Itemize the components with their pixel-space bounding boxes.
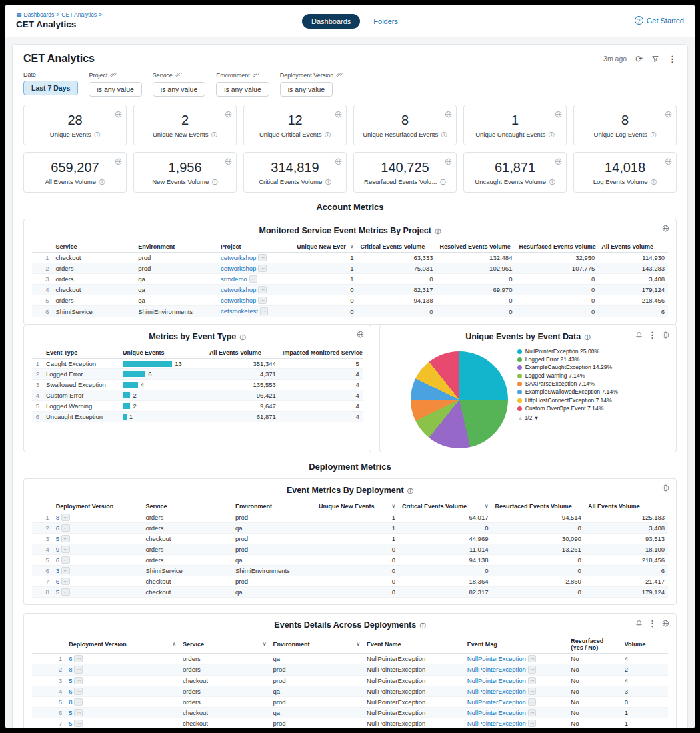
column-header-project[interactable]: Project <box>217 241 293 253</box>
more-badge[interactable]: ⋯ <box>61 567 70 574</box>
cell-link[interactable]: NullPointerException <box>467 698 526 706</box>
globe-icon[interactable] <box>662 620 669 627</box>
refresh-icon[interactable]: ⟳ <box>635 55 643 63</box>
cell-link[interactable]: NullPointerException <box>467 688 526 695</box>
column-header-impacted-monitored-services[interactable]: Impacted Monitored Services <box>279 347 363 359</box>
more-badge[interactable]: ⋯ <box>528 720 537 727</box>
cell-link[interactable]: cetworkshop <box>221 286 256 293</box>
globe-icon[interactable] <box>665 109 672 121</box>
more-badge[interactable]: ⋯ <box>74 709 83 716</box>
cell-link[interactable]: NullPointerException <box>467 677 526 684</box>
sort-icon[interactable]: ∨ <box>485 503 489 509</box>
more-badge[interactable]: ⋯ <box>528 688 537 695</box>
column-header-deployment-version[interactable]: Deployment Version <box>53 501 143 512</box>
cell-link[interactable]: NullPointerException <box>467 655 526 662</box>
cell-link[interactable]: 5 <box>69 720 72 727</box>
column-header-all-events-volume[interactable]: All Events Volume <box>598 241 668 253</box>
legend-item-exampleswallowedexception[interactable]: ExampleSwallowedException 7.14% <box>517 389 623 396</box>
legend-item-logged-warning[interactable]: Logged Warning 7.14% <box>517 373 623 380</box>
tab-folders[interactable]: Folders <box>373 17 398 25</box>
globe-icon[interactable] <box>665 156 672 168</box>
cell-link[interactable]: NullPointerException <box>467 666 526 673</box>
globe-icon[interactable] <box>445 156 452 168</box>
more-badge[interactable]: ⋯ <box>528 666 537 673</box>
column-header-service[interactable]: Service <box>52 241 135 253</box>
get-started-link[interactable]: ? Get Started <box>635 16 684 25</box>
globe-icon[interactable] <box>115 109 122 121</box>
legend-item-httphostconnectexception[interactable]: HttpHostConnectException 7.14% <box>517 398 623 404</box>
filter-icon[interactable] <box>651 55 659 63</box>
sort-icon[interactable]: ∨ <box>350 243 354 249</box>
globe-icon[interactable] <box>555 156 562 168</box>
column-header-resolved-events-volume[interactable]: Resolved Events Volume <box>436 241 515 253</box>
cell-link[interactable]: 6 <box>69 655 72 662</box>
more-badge[interactable]: ⋯ <box>74 677 83 684</box>
more-badge[interactable]: ⋯ <box>249 275 258 283</box>
cell-link[interactable]: 8 <box>56 514 59 521</box>
column-header-unique-new-events[interactable]: ∨Unique New Events <box>315 501 399 512</box>
globe-icon[interactable] <box>115 156 122 168</box>
more-badge[interactable]: ⋯ <box>61 588 70 596</box>
sort-icon[interactable]: ∨ <box>263 641 267 647</box>
cell-link[interactable]: cetworkshop <box>221 297 256 304</box>
more-badge[interactable]: ⋯ <box>61 556 70 564</box>
column-header-environment[interactable]: Environment <box>232 501 315 512</box>
more-badge[interactable]: ⋯ <box>61 578 70 585</box>
more-badge[interactable]: ⋯ <box>74 720 83 727</box>
legend-item-saxparseexception[interactable]: SAXParseException 7.14% <box>517 381 623 388</box>
cell-link[interactable]: 6 <box>56 556 59 564</box>
filter-value[interactable]: is any value <box>280 82 333 97</box>
cell-link[interactable]: cetworkshop <box>221 254 256 261</box>
cell-link[interactable]: 5 <box>56 588 59 596</box>
more-badge[interactable]: ⋯ <box>61 524 70 532</box>
globe-icon[interactable] <box>335 109 342 121</box>
column-header-service[interactable]: Service <box>142 501 232 512</box>
globe-icon[interactable] <box>662 225 669 232</box>
column-header-critical-events-volume[interactable]: ∨Critical Events Volume <box>399 501 491 512</box>
more-badge[interactable]: ⋯ <box>528 709 537 716</box>
more-badge[interactable]: ⋯ <box>74 655 83 662</box>
more-badge[interactable]: ⋯ <box>61 546 70 553</box>
kebab-icon[interactable]: ⋮ <box>648 331 657 339</box>
more-badge[interactable]: ⋯ <box>74 666 83 673</box>
column-header-resurfaced-events-volume[interactable]: Resurfaced Events Volume <box>515 241 598 253</box>
column-header-resurfaced-yes-no[interactable]: Resurfaced(Yes / No) <box>567 636 621 654</box>
kebab-icon[interactable]: ⋮ <box>668 55 677 63</box>
column-header-environment[interactable]: Environment <box>135 241 217 253</box>
cell-link[interactable]: 5 <box>56 535 59 542</box>
legend-item-examplecaughtexception[interactable]: ExampleCaughtException 14.29% <box>517 365 623 371</box>
pie-chart[interactable] <box>411 351 508 448</box>
more-badge[interactable]: ⋯ <box>74 698 83 706</box>
column-header-service[interactable]: ∨Service <box>179 636 270 654</box>
cell-link[interactable]: 6 <box>69 688 72 695</box>
globe-icon[interactable] <box>357 331 364 338</box>
column-header-critical-events-volume[interactable]: Critical Events Volume <box>357 241 436 253</box>
cell-link[interactable]: cetworkshop <box>221 265 256 272</box>
kebab-icon[interactable]: ⋮ <box>648 619 657 628</box>
column-header-volume[interactable]: Volume <box>621 636 668 654</box>
cell-link[interactable]: 6 <box>56 524 59 532</box>
filter-value[interactable]: is any value <box>153 82 205 97</box>
pie-pagination[interactable]: ▲ 1/2 ▼ <box>517 414 623 421</box>
more-badge[interactable]: ⋯ <box>61 514 70 521</box>
filter-value[interactable]: is any value <box>216 82 269 97</box>
sort-icon[interactable]: ∨ <box>357 641 361 647</box>
column-header-unique-events[interactable]: Unique Events <box>119 347 206 359</box>
cell-link[interactable]: 5 <box>69 709 72 716</box>
cell-link[interactable]: 9 <box>56 546 59 553</box>
globe-icon[interactable] <box>662 331 669 339</box>
more-badge[interactable]: ⋯ <box>528 655 537 662</box>
cell-link[interactable]: cetsmoketest <box>221 307 258 315</box>
cell-link[interactable]: 6 <box>56 578 59 585</box>
globe-icon[interactable] <box>225 156 232 168</box>
column-header-unique-new-ever[interactable]: ∨Unique New Ever <box>293 241 357 253</box>
more-badge[interactable]: ⋯ <box>61 535 70 542</box>
bell-icon[interactable] <box>635 620 643 627</box>
breadcrumb-item-dashboards[interactable]: Dashboards <box>24 11 55 18</box>
more-badge[interactable]: ⋯ <box>528 677 537 684</box>
column-header-all-events-volume[interactable]: All Events Volume <box>206 347 279 359</box>
legend-item-logged-error[interactable]: Logged Error 21.43% <box>517 357 623 363</box>
column-header-resurfaced-events-volume[interactable]: Resurfaced Events Volume <box>491 501 584 512</box>
more-badge[interactable]: ⋯ <box>260 307 269 315</box>
cell-link[interactable]: 8 <box>69 666 72 673</box>
